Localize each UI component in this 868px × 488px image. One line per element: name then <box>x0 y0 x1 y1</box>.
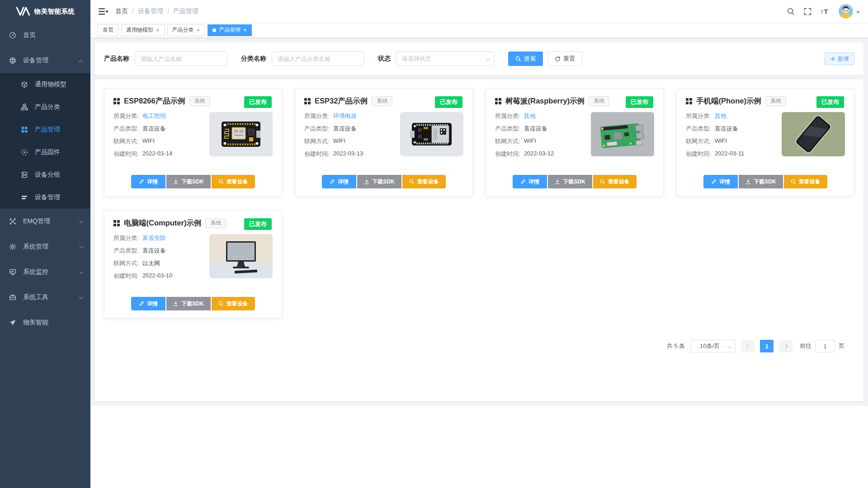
gear-icon <box>9 243 16 250</box>
category-link[interactable]: 其他 <box>715 112 726 120</box>
detail-button[interactable]: 详情 <box>131 297 165 310</box>
category-link[interactable]: 环境电器 <box>333 112 357 120</box>
page-number-1[interactable]: 1 <box>760 340 774 352</box>
product-fields: 所属分类:其他 产品类型:直连设备 联网方式:WIFI 创建时间:2022-03… <box>495 112 587 163</box>
category-link[interactable]: 其他 <box>524 112 536 120</box>
app-logo[interactable]: 物美智能系统 <box>0 0 90 23</box>
sidebar-item-device-management-sub[interactable]: 设备管理 <box>0 186 90 209</box>
view-devices-button[interactable]: 查看设备 <box>784 175 827 188</box>
product-card-esp8266: 已发布 ESP8266产品示例 系统 所属分类:电工照明 产品类型:直连设备 联… <box>104 89 282 196</box>
download-sdk-button[interactable]: 下载SDK <box>739 175 783 188</box>
search-icon[interactable] <box>787 7 795 15</box>
sidebar-collapse-icon[interactable] <box>99 8 108 15</box>
close-icon[interactable]: × <box>197 27 200 33</box>
product-title: ESP8266产品示例 <box>124 96 185 106</box>
caret-down-icon <box>856 11 860 14</box>
user-menu[interactable] <box>839 4 860 19</box>
status-select-value[interactable]: 请选择状态 <box>396 52 495 66</box>
edit-icon <box>330 179 335 184</box>
chevron-down-icon <box>79 295 84 299</box>
sidebar-item-system-monitor[interactable]: 系统监控 <box>0 259 90 285</box>
field-value: 以太网 <box>142 259 160 267</box>
breadcrumb-home[interactable]: 首页 <box>115 7 128 15</box>
add-button[interactable]: 新增 <box>825 52 854 65</box>
detail-button[interactable]: 详情 <box>131 175 165 188</box>
breadcrumb-device-management[interactable]: 设备管理 <box>138 7 163 15</box>
category-name-input[interactable] <box>272 52 364 66</box>
download-sdk-button[interactable]: 下载SDK <box>166 175 210 188</box>
download-sdk-label: 下载SDK <box>181 178 203 186</box>
sidebar-item-thing-model[interactable]: 通用物模型 <box>0 73 90 96</box>
page-size-select[interactable]: 10条/页 <box>690 340 736 352</box>
card-actions: 详情 下载SDK 查看设备 <box>495 175 654 188</box>
fullscreen-icon[interactable] <box>804 8 811 15</box>
field-value: 2022-03-14 <box>142 150 173 158</box>
logo-mark-icon <box>16 7 30 16</box>
tab-product-management[interactable]: 产品管理 × <box>208 24 252 36</box>
product-list-panel: 已发布 ESP8266产品示例 系统 所属分类:电工照明 产品类型:直连设备 联… <box>95 80 863 401</box>
reset-button-label: 重置 <box>563 55 575 63</box>
status-badge: 已发布 <box>816 96 844 108</box>
view-devices-button[interactable]: 查看设备 <box>212 297 255 310</box>
download-icon <box>745 179 751 184</box>
magnifier-icon <box>409 179 415 184</box>
detail-button[interactable]: 详情 <box>513 175 547 188</box>
sidebar-item-device-management[interactable]: 设备管理 <box>0 48 90 73</box>
sidebar-item-product-category[interactable]: 产品分类 <box>0 96 90 118</box>
tab-home[interactable]: 首页 <box>98 24 118 36</box>
download-icon <box>555 179 560 184</box>
close-icon[interactable]: × <box>243 27 247 33</box>
font-size-icon[interactable]: T T <box>821 8 830 15</box>
field-label: 产品类型: <box>113 247 139 255</box>
goto-page-input[interactable] <box>815 340 835 352</box>
detail-button-label: 详情 <box>338 178 349 186</box>
field-label: 所属分类: <box>495 112 520 120</box>
sidebar-item-wumei-smart[interactable]: 物美智能 <box>0 310 90 335</box>
sidebar-item-product-management[interactable]: 产品管理 <box>0 118 90 141</box>
close-icon[interactable]: × <box>156 27 160 33</box>
tab-thing-model[interactable]: 通用物模型 × <box>121 24 165 36</box>
view-devices-button[interactable]: 查看设备 <box>212 175 255 188</box>
detail-button[interactable]: 详情 <box>322 175 356 188</box>
field-value: 直连设备 <box>142 125 166 133</box>
next-page-button[interactable] <box>779 340 793 352</box>
field-value: 2022-03-11 <box>715 150 745 158</box>
download-icon <box>173 301 179 306</box>
status-select[interactable]: 请选择状态 <box>396 52 495 66</box>
card-body: 所属分类:家居安防 产品类型:直连设备 联网方式:以太网 创建时间:2022-0… <box>113 234 273 285</box>
tab-product-category[interactable]: 产品分类 × <box>167 24 205 36</box>
reset-button[interactable]: 重置 <box>547 52 582 66</box>
sidebar-item-home[interactable]: 首页 <box>0 23 90 48</box>
sidebar-item-emq[interactable]: EMQ管理 <box>0 209 90 234</box>
breadcrumb-current: 产品管理 <box>173 7 198 15</box>
sidebar-item-label: 设备管理 <box>23 56 79 65</box>
category-link[interactable]: 电工照明 <box>142 112 166 120</box>
view-devices-button[interactable]: 查看设备 <box>593 175 637 188</box>
field-value: 直连设备 <box>715 125 738 133</box>
detail-button-label: 详情 <box>147 178 158 186</box>
product-grid-icon <box>113 220 120 226</box>
download-sdk-button[interactable]: 下载SDK <box>357 175 401 188</box>
tab-label: 产品管理 <box>219 26 241 34</box>
download-sdk-button[interactable]: 下载SDK <box>166 297 210 310</box>
breadcrumb: 首页 / 设备管理 / 产品管理 <box>115 7 198 15</box>
sidebar-item-device-group[interactable]: 设备分组 <box>0 164 90 186</box>
product-card-computer: 已发布 电脑端(Computer)示例 系统 所属分类:家居安防 产品类型:直连… <box>104 211 282 318</box>
status-label: 状态 <box>378 55 391 63</box>
detail-button[interactable]: 详情 <box>703 175 738 188</box>
field-value: 2022-03-13 <box>333 150 363 158</box>
download-sdk-button[interactable]: 下载SDK <box>548 175 592 188</box>
sidebar-item-product-firmware[interactable]: 产品固件 <box>0 141 90 164</box>
search-button[interactable]: 搜索 <box>508 52 543 66</box>
product-name-input[interactable] <box>135 52 227 66</box>
sidebar-item-system-tools[interactable]: 系统工具 <box>0 285 90 310</box>
download-sdk-label: 下载SDK <box>563 178 585 186</box>
category-link[interactable]: 家居安防 <box>142 234 166 242</box>
product-grid-icon <box>495 98 501 104</box>
status-badge: 已发布 <box>244 96 272 108</box>
prev-page-button[interactable] <box>741 340 755 352</box>
sidebar-item-system-management[interactable]: 系统管理 <box>0 234 90 259</box>
product-image-raspberry-pi <box>591 112 654 156</box>
status-badge: 已发布 <box>435 96 462 108</box>
view-devices-button[interactable]: 查看设备 <box>402 175 446 188</box>
